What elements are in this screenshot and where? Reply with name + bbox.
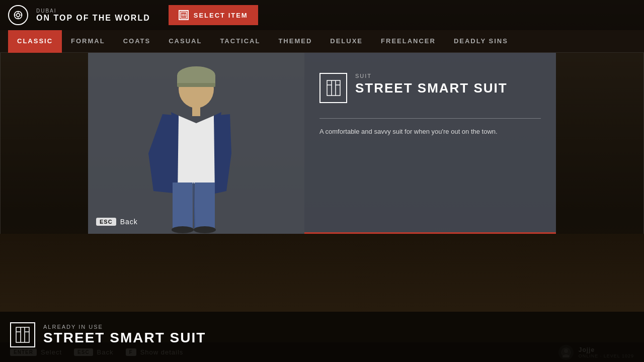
current-suit-icon-svg <box>16 327 30 343</box>
svg-rect-56 <box>16 327 29 342</box>
detail-overlay: ESC Back SUIT STREET SMART S <box>88 53 556 234</box>
suit-name: STREET SMART SUIT <box>355 81 508 96</box>
suit-header: SUIT STREET SMART SUIT <box>319 73 541 103</box>
suit-category: SUIT <box>355 73 508 79</box>
location-title: ON TOP OF THE WORLD <box>36 14 150 23</box>
svg-point-1 <box>17 14 20 17</box>
detail-character-view: ESC Back <box>88 53 304 234</box>
select-item-icon <box>179 10 189 20</box>
tab-themed[interactable]: THEMED <box>269 30 321 53</box>
back-label: Back <box>120 218 138 226</box>
current-suit-info: ALREADY IN USE STREET SMART SUIT <box>43 324 206 346</box>
tab-tactical[interactable]: TACTICAL <box>211 30 269 53</box>
svg-point-38 <box>194 226 216 233</box>
suit-description: A comfortable and savvy suit for when yo… <box>319 127 541 137</box>
location-info: Dubai ON TOP OF THE WORLD <box>36 8 150 23</box>
suit-icon <box>327 80 341 96</box>
svg-rect-10 <box>0 53 1 234</box>
back-button[interactable]: ESC Back <box>96 218 138 226</box>
svg-rect-27 <box>177 83 215 87</box>
item-icon-svg <box>180 12 187 19</box>
detail-info-panel: SUIT STREET SMART SUIT A comfortable and… <box>304 53 556 234</box>
svg-marker-29 <box>173 116 220 184</box>
svg-rect-39 <box>327 80 340 96</box>
current-suit-name: STREET SMART SUIT <box>43 330 206 346</box>
svg-rect-34 <box>173 183 193 230</box>
esc-key-badge: ESC <box>96 218 116 226</box>
target-icon <box>13 10 23 20</box>
tab-deluxe[interactable]: DELUXE <box>321 30 372 53</box>
tab-classic[interactable]: CLASSIC <box>8 30 62 53</box>
svg-rect-35 <box>195 183 215 230</box>
svg-rect-28 <box>192 107 200 116</box>
select-item-label: SELECT ITEM <box>194 12 248 19</box>
category-bar: CLASSIC FORMAL COATS CASUAL TACTICAL THE… <box>0 30 644 53</box>
bottom-section: ALREADY IN USE STREET SMART SUIT <box>0 312 644 362</box>
main-carousel-area: CLASSIC AGENT 17'S SIG... <box>0 53 644 234</box>
suit-title-block: SUIT STREET SMART SUIT <box>355 73 508 96</box>
tab-deadly-sins[interactable]: DEADLY SINS <box>445 30 517 53</box>
location-icon <box>8 5 28 25</box>
left-character-svg <box>0 53 1 234</box>
already-in-use-label: ALREADY IN USE <box>43 324 206 330</box>
red-progress-bar <box>304 232 556 234</box>
svg-point-37 <box>172 226 194 233</box>
detail-character-svg <box>88 53 304 234</box>
tab-casual[interactable]: CASUAL <box>159 30 211 53</box>
tab-freelancer[interactable]: FREELANCER <box>372 30 445 53</box>
select-item-button[interactable]: SELECT ITEM <box>169 5 258 25</box>
location-sub: Dubai <box>36 8 150 14</box>
tab-coats[interactable]: COATS <box>114 30 160 53</box>
top-bar: Dubai ON TOP OF THE WORLD SELECT ITEM <box>0 0 644 30</box>
suit-icon-box <box>319 73 347 103</box>
suit-divider <box>319 118 541 119</box>
left-carousel-item[interactable]: CLASSIC AGENT 17'S SIG... <box>0 53 1 234</box>
tab-formal[interactable]: FORMAL <box>62 30 114 53</box>
currently-using: ALREADY IN USE STREET SMART SUIT <box>10 322 634 347</box>
current-suit-icon <box>10 322 35 347</box>
